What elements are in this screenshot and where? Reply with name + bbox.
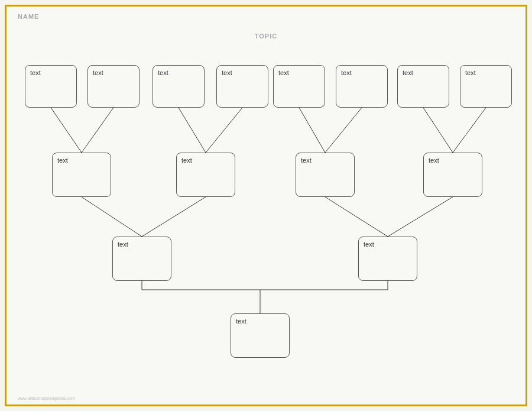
row1-box4: text [216,65,268,108]
topic-label: TOPIC [255,33,277,40]
row1-box7: text [397,65,449,108]
row2-box4: text [423,153,482,197]
row1-box2: text [87,65,140,108]
row1-box5: text [273,65,325,108]
row1-box6: text [336,65,388,108]
row2-box3: text [296,153,355,197]
name-label: NAME [18,13,39,20]
row3-box2: text [358,237,417,281]
row4-box1: text [231,313,290,358]
row2-box2: text [176,153,235,197]
row2-box1: text [52,153,111,197]
row1-box3: text [153,65,205,108]
row1-box8: text [460,65,512,108]
row1-box1: text [25,65,77,108]
footer-left: www.allbusinesstemplates.com [18,396,75,400]
row3-box1: text [112,237,171,281]
